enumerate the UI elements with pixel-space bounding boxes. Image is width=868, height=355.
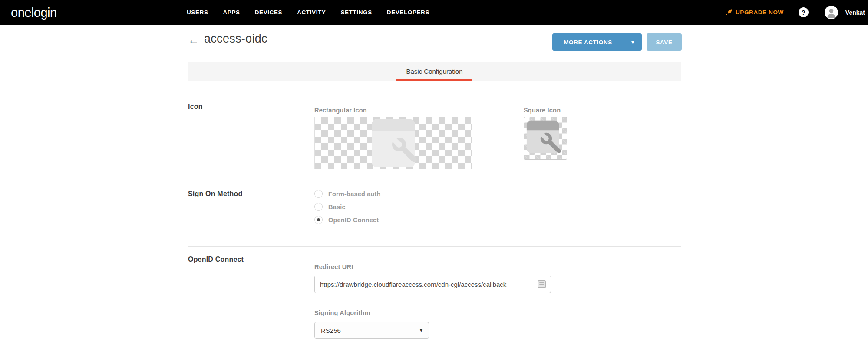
square-icon-preview[interactable] xyxy=(524,117,567,160)
tab-label: Basic Configuration xyxy=(406,68,462,75)
rocket-icon xyxy=(725,9,733,16)
page-title: access-oidc xyxy=(204,32,267,46)
signing-algorithm-select[interactable]: RS256 ▾ xyxy=(314,322,429,339)
rectangular-icon-label: Rectangular Icon xyxy=(314,107,367,114)
radio-circle[interactable] xyxy=(314,203,323,211)
more-actions-button[interactable]: MORE ACTIONS ▾ xyxy=(552,33,642,51)
sign-on-method-label: Sign On Method xyxy=(188,190,242,198)
section-divider xyxy=(188,246,681,247)
app-window-wrench-icon xyxy=(524,117,567,160)
radio-circle[interactable] xyxy=(314,190,323,198)
person-icon xyxy=(825,6,838,19)
onelogin-logo[interactable]: onelogin xyxy=(11,5,57,20)
save-button[interactable]: SAVE xyxy=(647,33,682,51)
nav-users[interactable]: USERS xyxy=(187,9,208,16)
nav-activity[interactable]: ACTIVITY xyxy=(297,9,326,16)
nav-apps[interactable]: APPS xyxy=(223,9,240,16)
back-arrow[interactable]: ← xyxy=(188,34,199,46)
upgrade-now-link[interactable]: UPGRADE NOW xyxy=(725,9,784,16)
rectangular-icon-preview[interactable] xyxy=(314,117,472,169)
top-nav: onelogin USERS APPS DEVICES ACTIVITY SET… xyxy=(0,0,868,25)
nav-right: UPGRADE NOW ? Venkat xyxy=(725,0,865,25)
avatar[interactable] xyxy=(825,6,838,19)
username[interactable]: Venkat xyxy=(845,9,865,16)
radio-label: Form-based auth xyxy=(328,191,381,197)
chevron-down-icon: ▾ xyxy=(420,327,422,333)
nav-devices[interactable]: DEVICES xyxy=(255,9,282,16)
help-icon[interactable]: ? xyxy=(799,7,809,17)
primary-nav: USERS APPS DEVICES ACTIVITY SETTINGS DEV… xyxy=(187,0,429,25)
app-window-wrench-icon xyxy=(365,118,422,169)
radio-openid-connect[interactable]: OpenID Connect xyxy=(314,216,381,224)
icon-section-label: Icon xyxy=(188,103,203,111)
radio-label: Basic xyxy=(328,204,346,210)
openid-connect-section-label: OpenID Connect xyxy=(188,256,244,263)
radio-basic[interactable]: Basic xyxy=(314,203,381,211)
redirect-uri-label: Redirect URI xyxy=(314,263,353,270)
more-actions-caret-icon[interactable]: ▾ xyxy=(624,33,642,51)
signing-algorithm-label: Signing Algorithm xyxy=(314,309,370,316)
app-config-page: onelogin USERS APPS DEVICES ACTIVITY SET… xyxy=(0,0,868,355)
radio-form-based-auth[interactable]: Form-based auth xyxy=(314,190,381,198)
redirect-uri-input[interactable] xyxy=(314,276,551,293)
nav-developers[interactable]: DEVELOPERS xyxy=(387,9,429,16)
tab-bar: Basic Configuration xyxy=(188,62,681,81)
radio-label: OpenID Connect xyxy=(328,217,379,224)
autofill-extension-icon[interactable] xyxy=(538,280,546,288)
upgrade-now-label: UPGRADE NOW xyxy=(736,9,784,16)
signing-algorithm-value: RS256 xyxy=(321,327,341,334)
square-icon-label: Square Icon xyxy=(524,107,561,114)
nav-settings[interactable]: SETTINGS xyxy=(340,9,372,16)
more-actions-label: MORE ACTIONS xyxy=(552,39,624,46)
active-tab-underline xyxy=(396,79,472,81)
sign-on-method-options: Form-based auth Basic OpenID Connect xyxy=(314,190,381,224)
tab-basic-configuration[interactable]: Basic Configuration xyxy=(396,62,472,81)
radio-circle-selected[interactable] xyxy=(314,216,323,224)
